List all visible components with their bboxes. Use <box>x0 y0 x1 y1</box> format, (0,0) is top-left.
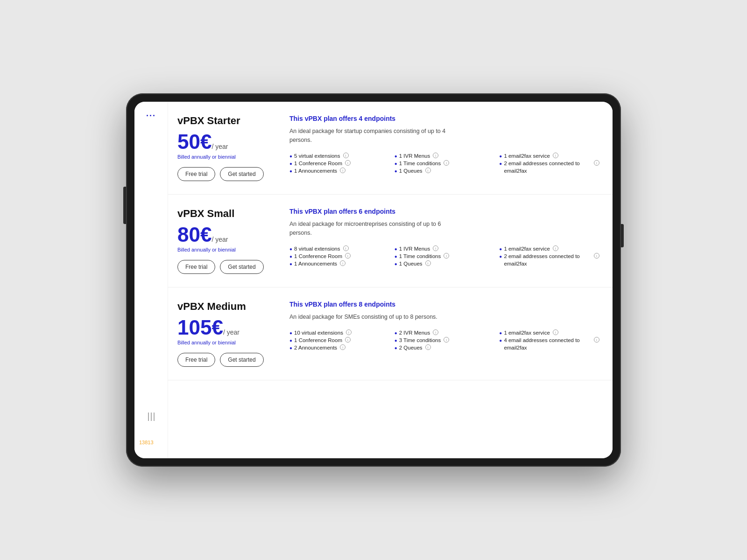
features-col3-medium: ● 1 email2fax service i ● 4 email addres… <box>499 329 599 351</box>
info-icon[interactable]: i <box>340 260 345 266</box>
info-icon[interactable]: i <box>340 168 345 173</box>
plan-card-medium: vPBX Medium 105€/ year Billed annually o… <box>168 287 613 380</box>
plan-buttons-small: Free trial Get started <box>177 260 271 274</box>
feature-dot: ● <box>499 330 502 336</box>
info-icon[interactable]: i <box>345 253 351 259</box>
feature-dot: ● <box>395 253 397 260</box>
info-icon[interactable]: i <box>346 329 352 335</box>
feature-dot: ● <box>395 153 397 160</box>
feature-dot: ● <box>499 161 502 167</box>
plan-buttons-starter: Free trial Get started <box>177 167 271 181</box>
app-logo: ··· <box>146 111 156 121</box>
info-icon[interactable]: i <box>345 337 351 343</box>
features-col2-medium: ● 2 IVR Menus i ● 3 Time conditions i ● … <box>395 329 495 351</box>
feature-label: 1 email2fax service <box>504 329 550 336</box>
feature-label: 1 Conference Room <box>294 160 342 167</box>
plan-description-medium: An ideal package for SMEs consisting of … <box>289 313 448 322</box>
plan-right-medium: This vPBX plan offers 8 endpoints An ide… <box>280 301 599 367</box>
feature-dot: ● <box>395 168 397 175</box>
feature-item: ● 1 email2fax service i <box>499 329 599 336</box>
feature-label: 1 Time conditions <box>399 160 441 167</box>
plan-billing-medium: Billed annually or biennial <box>177 340 271 345</box>
feature-dot: ● <box>289 161 292 167</box>
plan-description-starter: An ideal package for startup companies c… <box>289 127 448 145</box>
feature-item: ● 1 email2fax service i <box>499 152 599 160</box>
sidebar: ··· 13813 <box>134 102 168 458</box>
free-trial-button-starter[interactable]: Free trial <box>177 167 215 181</box>
feature-label: 1 IVR Menus <box>399 245 430 252</box>
info-icon[interactable]: i <box>345 160 351 166</box>
info-icon[interactable]: i <box>553 245 558 251</box>
info-icon[interactable]: i <box>340 344 345 350</box>
features-col3-small: ● 1 email2fax service i ● 2 email addres… <box>499 245 599 267</box>
features-col1-medium: ● 10 virtual extensions i ● 1 Conference… <box>289 329 390 351</box>
feature-item: ● 2 email addresses connected to email2f… <box>499 252 599 267</box>
info-icon[interactable]: i <box>343 153 349 158</box>
feature-label: 1 Conference Room <box>294 336 342 344</box>
plan-price-unit: / year <box>211 143 228 150</box>
info-icon[interactable]: i <box>343 245 349 251</box>
feature-dot: ● <box>499 337 502 344</box>
info-icon[interactable]: i <box>444 160 449 166</box>
info-icon[interactable]: i <box>433 153 438 158</box>
feature-item: ● 1 Time conditions i <box>395 252 495 260</box>
info-icon[interactable]: i <box>594 253 599 259</box>
feature-label: 2 Announcements <box>294 344 337 351</box>
plan-description-small: An ideal package for microentreprises co… <box>289 220 448 238</box>
feature-item: ● 1 Announcements i <box>289 167 390 175</box>
feature-dot: ● <box>289 153 292 160</box>
feature-dot: ● <box>289 330 292 336</box>
feature-label: 2 Queues <box>399 344 423 351</box>
feature-item: ● 1 Conference Room i <box>289 252 390 260</box>
info-icon[interactable]: i <box>553 329 558 335</box>
feature-label: 8 virtual extensions <box>294 245 340 252</box>
feature-label: 2 email addresses connected to email2fax <box>504 160 591 175</box>
plan-billing-small: Billed annually or biennial <box>177 247 271 252</box>
feature-item: ● 1 Time conditions i <box>395 160 495 167</box>
plan-title-starter: This vPBX plan offers 4 endpoints <box>289 115 599 122</box>
plan-left-starter: vPBX Starter 50€/ year Billed annually o… <box>177 115 280 181</box>
plan-billing-starter: Billed annually or biennial <box>177 154 271 160</box>
plan-price-medium: 105€/ year <box>177 317 271 338</box>
free-trial-button-small[interactable]: Free trial <box>177 260 215 274</box>
plan-left-medium: vPBX Medium 105€/ year Billed annually o… <box>177 301 280 367</box>
features-col1-small: ● 8 virtual extensions i ● 1 Conference … <box>289 245 390 267</box>
info-icon[interactable]: i <box>425 168 431 173</box>
feature-item: ● 8 virtual extensions i <box>289 245 390 252</box>
feature-label: 5 virtual extensions <box>294 152 340 160</box>
feature-dot: ● <box>395 337 397 344</box>
info-icon[interactable]: i <box>594 160 599 166</box>
info-icon[interactable]: i <box>553 153 558 158</box>
get-started-button-starter[interactable]: Get started <box>220 167 263 181</box>
features-col2-starter: ● 1 IVR Menus i ● 1 Time conditions i ● … <box>395 152 495 175</box>
feature-dot: ● <box>289 246 292 252</box>
features-col1-starter: ● 5 virtual extensions i ● 1 Conference … <box>289 152 390 175</box>
feature-item: ● 2 Queues i <box>395 344 495 351</box>
info-icon[interactable]: i <box>594 337 599 343</box>
tablet-device: ··· 13813 vPBX Starter 50€/ year Billed … <box>126 93 621 467</box>
get-started-button-small[interactable]: Get started <box>220 260 263 274</box>
info-icon[interactable]: i <box>425 344 431 350</box>
feature-label: 1 email2fax service <box>504 152 550 160</box>
info-icon[interactable]: i <box>433 245 438 251</box>
feature-item: ● 3 Time conditions i <box>395 336 495 344</box>
get-started-button-medium[interactable]: Get started <box>220 353 263 367</box>
feature-label: 1 Queues <box>399 167 423 175</box>
feature-item: ● 1 Queues i <box>395 260 495 267</box>
info-icon[interactable]: i <box>444 337 449 343</box>
info-icon[interactable]: i <box>425 260 431 266</box>
info-icon[interactable]: i <box>433 329 438 335</box>
info-icon[interactable]: i <box>444 253 449 259</box>
feature-label: 4 email addresses connected to email2fax <box>504 336 591 351</box>
tablet-screen: ··· 13813 vPBX Starter 50€/ year Billed … <box>134 102 613 458</box>
feature-item: ● 1 IVR Menus i <box>395 245 495 252</box>
plan-price-unit: / year <box>211 236 228 243</box>
free-trial-button-medium[interactable]: Free trial <box>177 353 215 367</box>
feature-item: ● 1 Conference Room i <box>289 160 390 167</box>
plan-card-starter: vPBX Starter 50€/ year Billed annually o… <box>168 102 613 195</box>
feature-dot: ● <box>289 345 292 351</box>
feature-label: 10 virtual extensions <box>294 329 343 336</box>
plan-name-starter: vPBX Starter <box>177 115 271 127</box>
features-grid-medium: ● 10 virtual extensions i ● 1 Conference… <box>289 329 599 351</box>
feature-item: ● 1 Queues i <box>395 167 495 175</box>
